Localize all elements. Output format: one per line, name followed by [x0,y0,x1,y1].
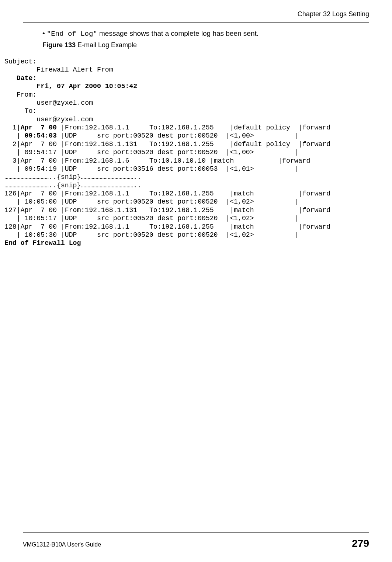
page: Chapter 32 Logs Setting • "End of Log" m… [0,0,392,562]
log-row-3b: | 09:54:19 |UDP src port:03516 dest port… [4,165,334,173]
bottom-rule [23,532,369,532]
footer-guide-name: VMG1312-B10A User's Guide [23,541,101,548]
chapter-header: Chapter 32 Logs Setting [298,10,369,18]
log-date-label: Date: [4,74,41,82]
log-row-126b: | 10:05:00 |UDP src port:00520 dest port… [4,198,334,205]
email-log-block: Subject: Firewall Alert From Date: Fri, … [4,58,388,247]
top-rule [23,22,369,22]
bullet-prefix: • [42,30,47,37]
log-row-2a: 2|Apr 7 00 |From:192.168.1.131 To:192.16… [4,140,330,148]
log-row-127b: | 10:05:17 |UDP src port:00520 dest port… [4,215,334,222]
log-row-126a: 126|Apr 7 00 |From:192.168.1.1 To:192.16… [4,190,330,197]
log-to-value: user@zyxel.com [4,116,93,123]
bullet-line: • "End of Log" message shows that a comp… [42,29,369,39]
log-row-128a: 128|Apr 7 00 |From:192.168.1.1 To:192.16… [4,223,330,230]
log-snip-2: ……………………………..{snip}………………………………….. [4,182,141,189]
bullet-code: "End of Log" [47,30,97,38]
log-subject-value: Firewall Alert From [4,66,117,73]
page-number: 279 [352,538,369,549]
log-to-label: To: [4,107,41,115]
log-row-3a: 3|Apr 7 00 |From:192.168.1.6 To:10.10.10… [4,157,311,164]
log-subject-label: Subject: [4,58,41,65]
log-end: End of Firewall Log [4,239,81,247]
log-row-2b: | 09:54:17 |UDP src port:00520 dest port… [4,149,334,156]
figure-caption: Figure 133 E-mail Log Example [42,41,137,49]
bullet-rest: message shows that a complete log has be… [97,30,259,37]
log-row-1a: 1|Apr 7 00 |From:192.168.1.1 To:192.168.… [4,124,330,131]
footer: VMG1312-B10A User's Guide 279 [23,535,369,548]
figure-caption-text: E-mail Log Example [76,41,137,49]
log-from-label: From: [4,91,41,98]
log-snip-1: ……………………………..{snip}………………………………….. [4,173,141,181]
log-date-value: Fri, 07 Apr 2000 10:05:42 [4,83,137,90]
figure-label: Figure 133 [42,41,76,49]
log-row-128b: | 10:05:30 |UDP src port:00520 dest port… [4,231,334,239]
log-row-127a: 127|Apr 7 00 |From:192.168.1.131 To:192.… [4,207,330,214]
log-row-1b: | 09:54:03 |UDP src port:00520 dest port… [4,132,334,139]
log-from-value: user@zyxel.com [4,99,93,107]
